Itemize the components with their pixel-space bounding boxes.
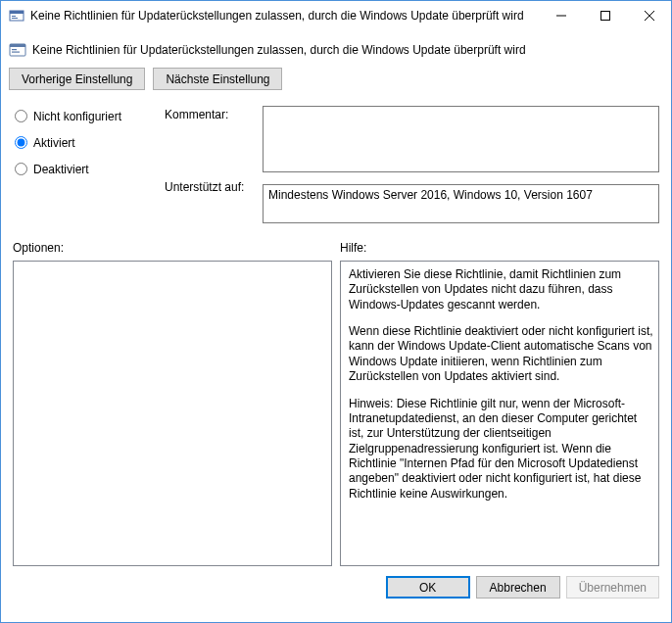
previous-setting-button[interactable]: Vorherige Einstellung [9, 68, 145, 90]
radio-enabled-label: Aktiviert [33, 136, 75, 150]
comment-textarea[interactable] [263, 106, 659, 172]
policy-header: Keine Richtlinien für Updaterückstellung… [1, 36, 671, 64]
state-radios: Nicht konfiguriert Aktiviert Deaktiviert [13, 106, 165, 229]
dialog-footer: OK Abbrechen Übernehmen [1, 566, 671, 608]
help-panel[interactable]: Aktivieren Sie diese Richtlinie, damit R… [340, 261, 659, 566]
policy-icon [9, 41, 26, 59]
svg-rect-1 [10, 11, 24, 14]
app-icon [9, 8, 24, 24]
radio-disabled-label: Deaktiviert [33, 163, 89, 176]
radio-disabled[interactable]: Deaktiviert [15, 161, 165, 177]
svg-rect-10 [12, 49, 17, 50]
svg-rect-2 [12, 16, 16, 17]
help-label: Hilfe: [340, 241, 659, 257]
help-paragraph: Hinweis: Diese Richtlinie gilt nur, wenn… [349, 397, 654, 503]
policy-title: Keine Richtlinien für Updaterückstellung… [32, 43, 526, 57]
close-button[interactable] [627, 2, 671, 30]
apply-button[interactable]: Übernehmen [566, 576, 659, 599]
radio-not-configured[interactable]: Nicht konfiguriert [15, 108, 165, 124]
help-paragraph: Aktivieren Sie diese Richtlinie, damit R… [349, 267, 654, 312]
svg-rect-9 [10, 44, 25, 47]
ok-button[interactable]: OK [386, 576, 470, 599]
next-setting-button[interactable]: Nächste Einstellung [153, 68, 282, 90]
radio-not-configured-input[interactable] [15, 110, 27, 122]
radio-enabled-input[interactable] [15, 136, 27, 149]
supported-on-text [263, 184, 659, 223]
maximize-button[interactable] [583, 2, 627, 30]
radio-enabled[interactable]: Aktiviert [15, 134, 165, 151]
window-title: Keine Richtlinien für Updaterückstellung… [30, 9, 539, 23]
comment-label: Kommentar: [165, 106, 263, 172]
svg-rect-3 [12, 18, 18, 19]
radio-not-configured-label: Nicht konfiguriert [33, 110, 121, 123]
options-panel [13, 261, 332, 566]
cancel-button[interactable]: Abbrechen [476, 576, 560, 599]
nav-buttons: Vorherige Einstellung Nächste Einstellun… [1, 64, 671, 96]
help-paragraph: Wenn diese Richtlinie deaktiviert oder n… [349, 324, 654, 384]
svg-rect-11 [12, 52, 20, 53]
titlebar: Keine Richtlinien für Updaterückstellung… [1, 1, 671, 30]
radio-disabled-input[interactable] [15, 163, 27, 175]
svg-rect-5 [600, 12, 609, 21]
minimize-button[interactable] [539, 2, 583, 30]
options-label: Optionen: [13, 241, 332, 257]
supported-on-label: Unterstützt auf: [165, 178, 263, 223]
